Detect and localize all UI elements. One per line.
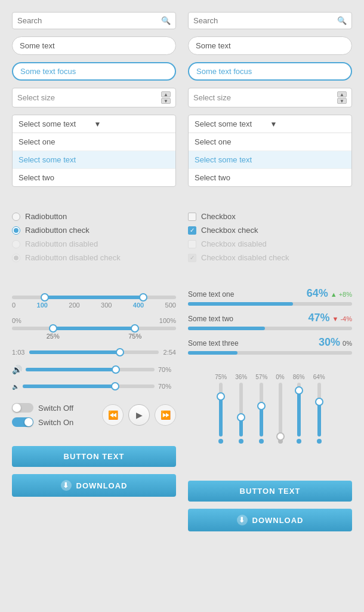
media-play-button[interactable]: ▶ xyxy=(128,404,150,426)
radio-dot-2 xyxy=(12,226,20,235)
text-input-left[interactable]: Some text xyxy=(12,36,176,55)
spinner-right[interactable]: Select size ▲ ▼ xyxy=(188,88,352,107)
switch-off-label: Switch Off xyxy=(38,404,73,413)
vol-thumb-2[interactable] xyxy=(111,382,119,390)
focus-input-left[interactable]: Some text focus xyxy=(12,62,176,81)
stats-section: Some text one 64% ▲ +8% Some text two 47… xyxy=(188,287,352,361)
time-end: 2:54 xyxy=(164,349,176,356)
search-box-right[interactable]: 🔍 xyxy=(188,12,352,29)
range-thumb-low-2[interactable] xyxy=(49,324,57,333)
switch-on-label: Switch On xyxy=(38,418,73,427)
time-thumb[interactable] xyxy=(116,348,124,356)
range-slider-2[interactable]: 0% 100% 25% 75% xyxy=(12,317,176,340)
checkbox-item-1[interactable]: Checkbox xyxy=(188,212,352,221)
dropdown-arrow-left: ▼ xyxy=(94,120,170,128)
stat-item-3: Some text three 30% 0% xyxy=(188,336,352,355)
checkbox-item-2[interactable]: Checkbox check xyxy=(188,226,352,235)
vol-track-2[interactable] xyxy=(23,385,155,388)
dropdown-left[interactable]: Select some text ▼ Select one Select som… xyxy=(12,115,176,187)
vert-slider-3[interactable]: 57% xyxy=(255,374,267,444)
checkbox-group-right: Checkbox Checkbox check Checkbox disable… xyxy=(188,206,352,268)
spinner-buttons-right[interactable]: ▲ ▼ xyxy=(337,91,347,104)
checkbox-item-4: Checkbox disabled check xyxy=(188,253,352,262)
dropdown-header-right[interactable]: Select some text ▼ xyxy=(189,115,351,133)
vert-slider-4[interactable]: 0% xyxy=(276,374,284,444)
switch-on-item[interactable]: Switch On xyxy=(12,417,73,427)
stat-bar-fill-3 xyxy=(188,351,237,355)
checkbox-label-4: Checkbox disabled check xyxy=(201,253,289,262)
vert-dot-5 xyxy=(297,439,301,444)
vert-fill-3 xyxy=(260,406,263,436)
vert-slider-6[interactable]: 64% xyxy=(313,374,325,444)
focus-input-right[interactable]: Some text focus xyxy=(188,62,352,81)
time-track[interactable] xyxy=(29,348,158,356)
switch-off-item[interactable]: Switch Off xyxy=(12,403,73,413)
vert-pct-6: 64% xyxy=(313,374,325,380)
range-thumb-high-2[interactable] xyxy=(131,324,139,333)
sliders-left: 0 100 200 300 400 500 0% 100% xyxy=(12,287,176,396)
volume-slider-1[interactable]: 🔊 70% xyxy=(12,365,176,374)
spinner-down-right[interactable]: ▼ xyxy=(337,98,347,104)
media-rewind-button[interactable]: ⏪ xyxy=(102,404,124,426)
left-column: 🔍 Some text Some text focus Select size … xyxy=(12,12,176,531)
vert-track-5 xyxy=(297,383,301,436)
switch-off-knob xyxy=(13,404,21,412)
button-text-right[interactable]: BUTTON TEXT xyxy=(188,481,352,502)
spinner-down-left[interactable]: ▼ xyxy=(161,98,171,104)
vol-track-1[interactable] xyxy=(26,368,155,371)
spinner-left[interactable]: Select size ▲ ▼ xyxy=(12,88,176,107)
dropdown-item-3-right[interactable]: Select two xyxy=(189,169,351,186)
button-text-left[interactable]: BUTTON TEXT xyxy=(12,446,176,467)
vert-thumb-4[interactable] xyxy=(276,432,285,441)
dropdown-item-2-right[interactable]: Select some text xyxy=(189,151,351,169)
vert-fill-1 xyxy=(219,396,223,437)
spinner-up-right[interactable]: ▲ xyxy=(337,91,347,97)
stat-label-2: Some text two xyxy=(188,315,306,323)
dropdown-item-3-left[interactable]: Select two xyxy=(13,169,175,186)
dropdown-right[interactable]: Select some text ▼ Select one Select som… xyxy=(188,115,352,187)
range-thumb-high-1[interactable] xyxy=(139,293,147,302)
vert-slider-5[interactable]: 86% xyxy=(293,374,305,444)
spinner-buttons-left[interactable]: ▲ ▼ xyxy=(161,91,171,104)
range-tooltips-2: 25% 75% xyxy=(12,333,176,340)
range-fill-1 xyxy=(45,296,143,299)
switch-off-track[interactable] xyxy=(12,403,33,413)
media-forward-button[interactable]: ⏩ xyxy=(155,404,176,426)
radio-label-4: Radiobutton disabled check xyxy=(25,253,121,262)
dropdown-arrow-right: ▼ xyxy=(270,120,346,128)
search-input-left[interactable] xyxy=(17,16,161,25)
text-input-right[interactable]: Some text xyxy=(188,36,352,55)
vert-thumb-5[interactable] xyxy=(295,386,303,395)
switch-on-track[interactable] xyxy=(12,417,33,427)
radio-item-4: Radiobutton disabled check xyxy=(12,253,176,262)
range-thumb-low-1[interactable] xyxy=(41,293,49,302)
vert-dot-1 xyxy=(218,439,223,444)
vert-track-1 xyxy=(219,383,223,436)
stat-bar-fill-1 xyxy=(188,302,293,306)
stat-pct-3: 30% xyxy=(319,336,340,349)
download-button-left[interactable]: ⬇ DOWNLOAD xyxy=(12,474,176,497)
spinner-up-left[interactable]: ▲ xyxy=(161,91,171,97)
vert-thumb-2[interactable] xyxy=(237,413,245,422)
radio-item-1[interactable]: Radiobutton xyxy=(12,212,176,221)
vert-thumb-1[interactable] xyxy=(217,392,225,401)
range-slider-1[interactable]: 0 100 200 300 400 500 xyxy=(12,293,176,309)
vert-slider-1[interactable]: 75% xyxy=(215,374,227,444)
dropdown-item-2-left[interactable]: Select some text xyxy=(13,151,175,169)
vol-pct-1: 70% xyxy=(158,366,176,373)
dropdown-item-1-right[interactable]: Select one xyxy=(189,133,351,151)
volume-slider-2[interactable]: 🔈 70% xyxy=(12,383,176,390)
vert-thumb-6[interactable] xyxy=(315,398,323,406)
vol-thumb-1[interactable] xyxy=(112,365,120,374)
search-input-right[interactable] xyxy=(193,16,337,25)
vert-pct-3: 57% xyxy=(255,374,267,380)
search-box-left[interactable]: 🔍 xyxy=(12,12,176,29)
vert-slider-2[interactable]: 36% xyxy=(235,374,247,444)
dropdown-item-1-left[interactable]: Select one xyxy=(13,133,175,151)
time-fill xyxy=(29,350,119,354)
vert-thumb-3[interactable] xyxy=(257,402,266,410)
dropdown-header-left[interactable]: Select some text ▼ xyxy=(13,115,175,133)
time-slider[interactable]: 1:03 2:54 xyxy=(12,348,176,356)
radio-item-2[interactable]: Radiobutton check xyxy=(12,226,176,235)
download-button-right[interactable]: ⬇ DOWNLOAD xyxy=(188,509,352,531)
